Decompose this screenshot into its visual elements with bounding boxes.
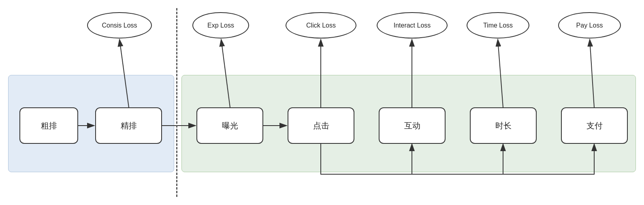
interact-loss-ellipse: Interact Loss [377, 12, 448, 38]
hu-dong-node: 互动 [379, 107, 446, 144]
click-loss-ellipse: Click Loss [286, 12, 356, 38]
dashed-divider [176, 8, 177, 197]
jing-pai-node: 精排 [95, 107, 162, 144]
consis-loss-ellipse: Consis Loss [87, 12, 152, 38]
zhi-fu-node: 支付 [561, 107, 628, 144]
shi-chang-node: 时长 [470, 107, 537, 144]
dian-ji-node: 点击 [288, 107, 354, 144]
time-loss-ellipse: Time Loss [467, 12, 529, 38]
exp-loss-ellipse: Exp Loss [192, 12, 249, 38]
cu-pai-node: 粗排 [19, 107, 78, 144]
diagram-container: Consis Loss Exp Loss Click Loss Interact… [0, 0, 644, 205]
pay-loss-ellipse: Pay Loss [558, 12, 621, 38]
bao-guang-node: 曝光 [196, 107, 263, 144]
